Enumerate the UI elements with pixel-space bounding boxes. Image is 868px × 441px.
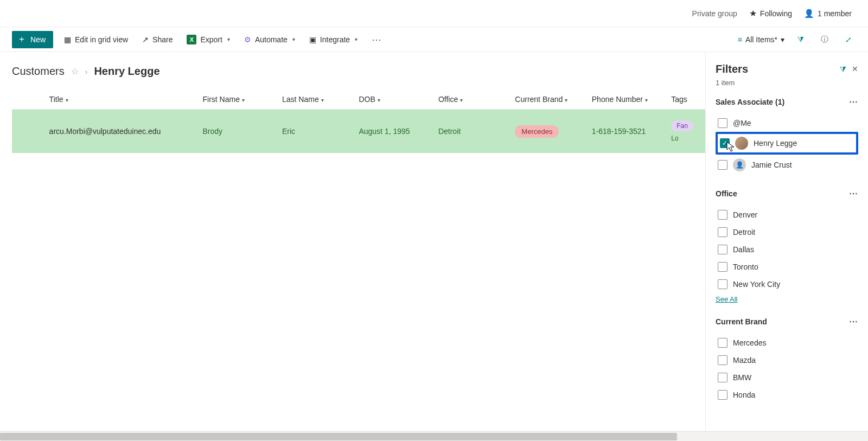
- filter-section-office: Office ⋯ Denver Detroit Dallas Toronto: [716, 188, 858, 303]
- col-brand[interactable]: Current Brand▾: [510, 90, 587, 110]
- see-all-link[interactable]: See All: [716, 295, 737, 303]
- expand-button[interactable]: ⤢: [841, 32, 856, 47]
- checkbox[interactable]: [718, 355, 727, 365]
- filter-option-label: Mazda: [733, 356, 756, 365]
- integrate-label: Integrate: [320, 35, 350, 44]
- filter-option-toronto[interactable]: Toronto: [716, 258, 858, 276]
- filter-option-henry-legge[interactable]: ✓ Henry Legge: [716, 132, 858, 155]
- col-phone[interactable]: Phone Number▾: [588, 90, 667, 110]
- filter-option-me[interactable]: @Me: [716, 114, 858, 132]
- filter-section-brand: Current Brand ⋯ Mercedes Mazda BMW Honda: [716, 316, 858, 404]
- filter-section-sales-associate: Sales Associate (1) ⋯ @Me ✓ Henry Legge …: [716, 97, 858, 175]
- export-button[interactable]: X Export ▾: [183, 31, 233, 48]
- chevron-down-icon: ▾: [292, 36, 295, 42]
- checkbox-checked[interactable]: ✓: [720, 138, 730, 148]
- col-office[interactable]: Office▾: [434, 90, 510, 110]
- chevron-down-icon: ▾: [242, 97, 245, 103]
- avatar: 👤: [733, 158, 746, 171]
- table-row[interactable]: arcu.Morbi@vulputateduinec.edu Brody Eri…: [12, 110, 705, 154]
- breadcrumb: Customers ☆ › Henry Legge: [12, 65, 705, 78]
- filter-option-label: BMW: [733, 373, 751, 382]
- filter-item-count: 1 item: [716, 79, 858, 87]
- cell-lastname: Eric: [278, 110, 354, 154]
- filter-option-label: New York City: [733, 280, 780, 289]
- filter-option-mazda[interactable]: Mazda: [716, 351, 858, 369]
- cell-title: arcu.Morbi@vulputateduinec.edu: [45, 110, 199, 154]
- edit-grid-button[interactable]: ▦ Edit in grid view: [61, 32, 131, 47]
- cell-dob: August 1, 1995: [354, 110, 433, 154]
- filter-option-label: Henry Legge: [754, 139, 797, 148]
- share-icon: ↗: [142, 35, 149, 44]
- breadcrumb-separator: ›: [85, 67, 88, 76]
- col-dob[interactable]: DOB▾: [354, 90, 433, 110]
- filter-option-detroit[interactable]: Detroit: [716, 223, 858, 241]
- col-lastname[interactable]: Last Name▾: [278, 90, 354, 110]
- col-title[interactable]: Title▾: [45, 90, 199, 110]
- checkbox[interactable]: [718, 118, 727, 128]
- filter-option-label: Jamie Crust: [751, 161, 792, 169]
- expand-icon: ⤢: [845, 35, 852, 44]
- info-button[interactable]: ⓘ: [817, 32, 832, 47]
- col-tags[interactable]: Tags: [667, 90, 705, 110]
- share-button[interactable]: ↗ Share: [139, 32, 176, 47]
- checkbox[interactable]: [718, 210, 727, 220]
- info-icon: ⓘ: [821, 35, 828, 44]
- filter-option-label: Denver: [733, 210, 757, 219]
- filter-option-denver[interactable]: Denver: [716, 206, 858, 223]
- checkbox[interactable]: [718, 160, 727, 170]
- filter-option-label: Mercedes: [733, 338, 766, 347]
- filter-option-jamie-crust[interactable]: 👤 Jamie Crust: [716, 155, 858, 175]
- filter-toggle-button[interactable]: ⧩: [793, 32, 808, 47]
- clear-filters-icon[interactable]: ⧩: [840, 65, 846, 74]
- section-more-button[interactable]: ⋯: [849, 97, 858, 107]
- close-panel-button[interactable]: ✕: [852, 65, 858, 74]
- chevron-down-icon: ▾: [645, 97, 648, 103]
- horizontal-scrollbar[interactable]: [0, 431, 868, 441]
- filter-icon: ⧩: [797, 35, 804, 44]
- table-header-row: Title▾ First Name▾ Last Name▾ DOB▾ Offic…: [12, 90, 705, 110]
- view-selector[interactable]: ≡ All Items* ▾: [738, 35, 784, 44]
- export-label: Export: [200, 35, 222, 44]
- filter-option-bmw[interactable]: BMW: [716, 369, 858, 386]
- filter-option-honda[interactable]: Honda: [716, 386, 858, 404]
- new-label: New: [30, 35, 46, 44]
- integrate-icon: ▣: [309, 35, 316, 44]
- list-name[interactable]: Customers: [12, 65, 65, 78]
- checkbox[interactable]: [718, 245, 727, 254]
- section-more-button[interactable]: ⋯: [849, 188, 858, 199]
- new-button[interactable]: ＋ New: [12, 31, 53, 48]
- tag-pill: Fan: [671, 120, 693, 131]
- list-icon: ≡: [738, 35, 742, 44]
- members-link[interactable]: 👤 1 member: [804, 9, 852, 18]
- checkbox[interactable]: [718, 227, 727, 237]
- automate-label: Automate: [255, 35, 288, 44]
- cell-phone: 1-618-159-3521: [588, 110, 667, 154]
- filter-option-nyc[interactable]: New York City: [716, 276, 858, 293]
- chevron-down-icon: ▾: [378, 97, 380, 103]
- favorite-icon[interactable]: ☆: [71, 66, 79, 76]
- checkbox[interactable]: [718, 373, 727, 382]
- filter-option-label: Honda: [733, 391, 755, 399]
- integrate-button[interactable]: ▣ Integrate ▾: [306, 32, 361, 47]
- group-type-label: Private group: [692, 9, 737, 18]
- checkbox[interactable]: [718, 390, 727, 400]
- view-label: All Items*: [745, 35, 777, 44]
- col-firstname[interactable]: First Name▾: [198, 90, 277, 110]
- data-table: Title▾ First Name▾ Last Name▾ DOB▾ Offic…: [12, 90, 705, 153]
- excel-icon: X: [187, 35, 196, 44]
- checkbox[interactable]: [718, 338, 727, 348]
- automate-button[interactable]: ⚙ Automate ▾: [241, 32, 298, 47]
- checkbox[interactable]: [718, 262, 727, 272]
- cell-office: Detroit: [434, 110, 510, 154]
- following-toggle[interactable]: ★ Following: [749, 8, 792, 18]
- scrollbar-thumb[interactable]: [0, 433, 677, 440]
- filter-option-label: Toronto: [733, 263, 758, 271]
- section-more-button[interactable]: ⋯: [849, 316, 858, 327]
- checkbox[interactable]: [718, 279, 727, 289]
- command-bar: ＋ New ▦ Edit in grid view ↗ Share X Expo…: [0, 27, 868, 52]
- filter-option-mercedes[interactable]: Mercedes: [716, 334, 858, 351]
- more-commands-button[interactable]: ⋯: [368, 31, 385, 48]
- chevron-down-icon: ▾: [565, 97, 567, 103]
- filter-option-dallas[interactable]: Dallas: [716, 241, 858, 258]
- brand-pill: Mercedes: [515, 125, 559, 138]
